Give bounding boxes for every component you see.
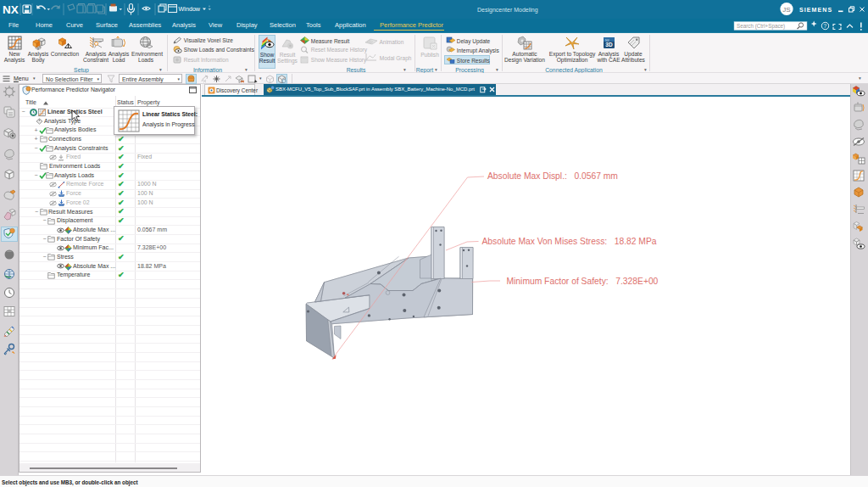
svg-text:SIEMENS: SIEMENS (799, 7, 832, 13)
svg-text:Minimum Factor of Safety: 7.: Minimum Factor of Safety: 7.328E+00 (507, 276, 659, 285)
svg-text:Window: Window (179, 5, 201, 13)
svg-text:3D: 3D (605, 42, 613, 48)
svg-text:?: ? (824, 23, 827, 29)
svg-text:Absolute Max Displ.: 0.0567: Absolute Max Displ.: 0.0567 mm (487, 171, 618, 181)
svg-text:Absolute Max Von Mises Stress:: Absolute Max Von Mises Stress: 18.82 MPa (482, 236, 657, 245)
svg-text:Search (Ctrl+Space): Search (Ctrl+Space) (737, 23, 785, 30)
svg-text:NX: NX (3, 3, 19, 16)
svg-text:Designcenter Modeling: Designcenter Modeling (477, 7, 538, 14)
svg-text:JS: JS (782, 6, 790, 14)
svg-text:NX: NX (605, 39, 610, 42)
